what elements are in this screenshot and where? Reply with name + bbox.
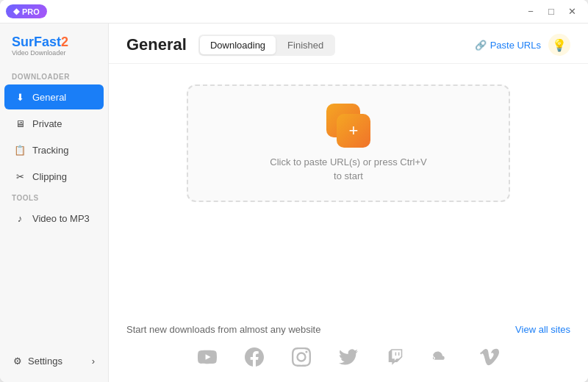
sidebar-item-tracking[interactable]: 📋 Tracking [4, 137, 104, 162]
sidebar-item-video-to-mp3-label: Video to MP3 [32, 213, 90, 224]
tab-downloading[interactable]: Downloading [200, 36, 276, 54]
chevron-right-icon: › [92, 356, 95, 367]
maximize-button[interactable]: □ [541, 1, 562, 22]
sidebar-item-general[interactable]: ⬇ General [4, 84, 104, 109]
section-downloader-label: Downloader [0, 68, 108, 84]
bulb-button[interactable]: 💡 [548, 34, 570, 56]
sidebar-item-video-to-mp3[interactable]: ♪ Video to MP3 [4, 206, 104, 231]
sites-label: Start new downloads from almost any webs… [126, 324, 320, 335]
settings-item[interactable]: ⚙ Settings › [4, 350, 104, 372]
sidebar: SurFast2 Video Downloader Downloader ⬇ G… [0, 24, 109, 382]
logo-subtitle: Video Downloader [12, 49, 96, 57]
section-tools-label: Tools [0, 190, 108, 205]
vimeo-icon[interactable] [476, 344, 503, 370]
settings-label: Settings [28, 356, 62, 367]
pro-badge[interactable]: ◆ PRO [6, 4, 47, 18]
main-content: General Downloading Finished 🔗 Paste URL… [109, 24, 588, 382]
diamond-icon: ◆ [13, 7, 19, 16]
app-body: SurFast2 Video Downloader Downloader ⬇ G… [0, 24, 588, 382]
bottom-section: Start new downloads from almost any webs… [109, 315, 588, 382]
drop-hint: Click to paste URL(s) or press Ctrl+Vto … [270, 155, 426, 184]
facebook-icon[interactable] [241, 344, 268, 370]
music-icon: ♪ [13, 212, 26, 225]
clipping-icon: ✂ [13, 170, 26, 183]
youtube-icon[interactable] [194, 344, 220, 370]
twitter-icon[interactable] [335, 344, 362, 370]
sites-header: Start new downloads from almost any webs… [126, 324, 570, 335]
page-title: General [126, 35, 187, 54]
main-header: General Downloading Finished 🔗 Paste URL… [109, 24, 588, 64]
link-icon: 🔗 [475, 40, 487, 51]
logo-number: 2 [61, 35, 68, 49]
logo: SurFast2 [12, 35, 96, 48]
instagram-icon[interactable] [288, 344, 315, 370]
close-button[interactable]: ✕ [562, 1, 582, 22]
title-bar: ◆ PRO − □ ✕ [0, 0, 588, 24]
header-right: 🔗 Paste URLs 💡 [475, 34, 570, 56]
soundcloud-icon[interactable] [429, 344, 456, 370]
tab-group: Downloading Finished [198, 35, 335, 56]
main-area: + Click to paste URL(s) or press Ctrl+Vt… [109, 64, 588, 315]
logo-text: SurFast [12, 35, 61, 49]
sidebar-item-private[interactable]: 🖥 Private [4, 111, 104, 136]
sidebar-item-private-label: Private [32, 118, 62, 129]
private-icon: 🖥 [13, 117, 26, 130]
download-icon: ⬇ [13, 90, 26, 104]
sidebar-item-general-label: General [32, 92, 66, 103]
gear-icon: ⚙ [13, 356, 22, 367]
tracking-icon: 📋 [13, 143, 26, 156]
tab-finished[interactable]: Finished [277, 36, 334, 54]
drop-icon-front: + [337, 114, 370, 148]
minimize-button[interactable]: − [520, 1, 541, 22]
bulb-icon: 💡 [552, 38, 567, 52]
settings-left: ⚙ Settings [13, 356, 62, 367]
sidebar-item-tracking-label: Tracking [32, 145, 68, 156]
pro-label: PRO [22, 7, 40, 16]
logo-area: SurFast2 Video Downloader [0, 32, 108, 68]
paste-urls-label: Paste URLs [490, 40, 541, 51]
sidebar-item-clipping[interactable]: ✂ Clipping [4, 164, 104, 189]
drop-zone[interactable]: + Click to paste URL(s) or press Ctrl+Vt… [187, 84, 510, 202]
app-window: ◆ PRO − □ ✕ SurFast2 Video Downloader Do… [0, 0, 588, 382]
paste-urls-button[interactable]: 🔗 Paste URLs [475, 40, 541, 51]
twitch-icon[interactable] [382, 344, 409, 370]
view-all-button[interactable]: View all sites [515, 324, 570, 335]
sidebar-item-clipping-label: Clipping [32, 171, 67, 182]
drop-icon: + [326, 104, 370, 148]
sites-icons [126, 344, 570, 370]
